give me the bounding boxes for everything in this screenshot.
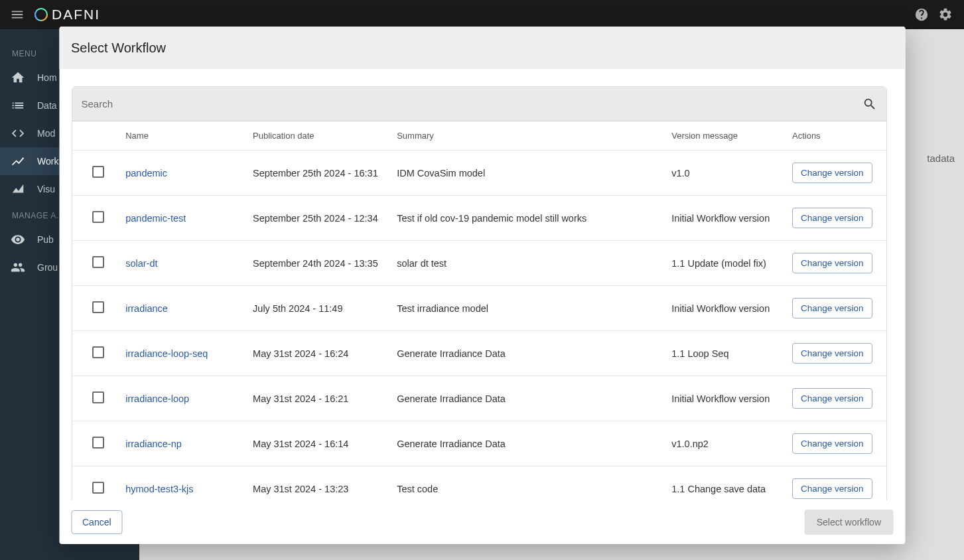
select-workflow-button: Select workflow	[805, 510, 893, 535]
list-icon	[11, 98, 25, 113]
change-version-button[interactable]: Change version	[792, 343, 872, 364]
code-icon	[11, 126, 25, 141]
col-pubdate: Publication date	[246, 121, 390, 151]
modal-body: Name Publication date Summary Version me…	[59, 69, 905, 500]
row-summary: Generate Irradiance Data	[397, 393, 506, 404]
workflow-table-card: Name Publication date Summary Version me…	[71, 86, 886, 500]
workflow-name-link[interactable]: irradiance	[125, 303, 168, 314]
row-version-message: v1.0	[671, 168, 689, 178]
workflow-name-link[interactable]: irradiance-np	[125, 439, 182, 449]
workflow-name-link[interactable]: irradiance-loop-seq	[125, 348, 208, 359]
row-pubdate: September 25th 2024 - 16:31	[253, 168, 378, 178]
chart-line-icon	[11, 154, 25, 169]
row-checkbox[interactable]	[92, 391, 103, 403]
table-row: irradianceJuly 5th 2024 - 11:49Test irra…	[72, 286, 886, 331]
table-row: pandemicSeptember 25th 2024 - 16:31IDM C…	[72, 151, 886, 196]
sidebar-item-label: Work	[37, 156, 58, 167]
sidebar-item-label: Grou	[37, 262, 58, 273]
table-row: hymod-test3-kjsMay 31st 2024 - 13:23Test…	[72, 466, 886, 501]
row-checkbox[interactable]	[92, 437, 103, 449]
row-summary: Test irradiance model	[397, 303, 488, 314]
workflow-name-link[interactable]: pandemic-test	[125, 213, 186, 224]
table-row: irradiance-npMay 31st 2024 - 16:14Genera…	[72, 421, 886, 466]
col-actions: Actions	[785, 121, 886, 151]
row-version-message: v1.0.np2	[671, 439, 709, 449]
workflow-name-link[interactable]: hymod-test3-kjs	[125, 484, 193, 494]
row-version-message: Initial Workflow version	[671, 303, 770, 314]
row-summary: solar dt test	[397, 258, 447, 269]
row-version-message: 1.1 Change save data	[671, 484, 766, 494]
row-pubdate: May 31st 2024 - 16:24	[253, 348, 348, 359]
menu-toggle[interactable]	[7, 4, 28, 25]
row-checkbox[interactable]	[92, 301, 103, 313]
table-row: irradiance-loopMay 31st 2024 - 16:21Gene…	[72, 376, 886, 421]
row-version-message: 1.1 Loop Seq	[671, 348, 728, 359]
change-version-button[interactable]: Change version	[792, 163, 872, 183]
sidebar-item-label: Pub	[37, 234, 54, 245]
table-row: solar-dtSeptember 24th 2024 - 13:35solar…	[72, 241, 886, 286]
sidebar-item-label: Data	[37, 100, 57, 111]
modal-footer: Cancel Select workflow	[59, 500, 905, 544]
search-icon[interactable]	[862, 97, 876, 111]
col-version-message: Version message	[665, 121, 786, 151]
modal-scroll[interactable]: Name Publication date Summary Version me…	[59, 86, 898, 500]
brand: DAFNI	[33, 7, 100, 23]
row-pubdate: July 5th 2024 - 11:49	[253, 303, 342, 314]
row-checkbox[interactable]	[92, 166, 103, 178]
col-checkbox	[72, 121, 119, 151]
change-version-button[interactable]: Change version	[792, 253, 872, 273]
help-icon	[914, 7, 929, 22]
col-summary: Summary	[390, 121, 665, 151]
area-chart-icon	[11, 182, 25, 196]
row-checkbox[interactable]	[92, 346, 103, 358]
sidebar-item-label: Mod	[37, 128, 55, 139]
row-pubdate: May 31st 2024 - 13:23	[253, 484, 348, 494]
row-pubdate: May 31st 2024 - 16:14	[253, 439, 348, 449]
eye-icon	[11, 232, 25, 247]
brand-text: DAFNI	[52, 7, 100, 23]
help-button[interactable]	[910, 3, 933, 27]
row-pubdate: September 24th 2024 - 13:35	[253, 258, 378, 269]
top-bar: DAFNI	[0, 0, 964, 29]
row-pubdate: September 25th 2024 - 12:34	[253, 213, 378, 224]
search-input[interactable]	[81, 98, 862, 109]
table-row: irradiance-loop-seqMay 31st 2024 - 16:24…	[72, 331, 886, 376]
col-name: Name	[119, 121, 246, 151]
change-version-button[interactable]: Change version	[792, 298, 872, 318]
change-version-button[interactable]: Change version	[792, 388, 872, 409]
select-workflow-dialog: Select Workflow Name Publication date Su…	[59, 27, 905, 544]
search-row	[72, 87, 886, 121]
workflow-name-link[interactable]: solar-dt	[125, 258, 157, 269]
modal-title: Select Workflow	[71, 40, 166, 56]
workflow-table: Name Publication date Summary Version me…	[72, 121, 886, 500]
change-version-button[interactable]: Change version	[792, 208, 872, 228]
row-checkbox[interactable]	[92, 211, 103, 223]
row-summary: Generate Irradiance Data	[397, 348, 506, 359]
row-summary: Generate Irradiance Data	[397, 439, 506, 449]
row-summary: Test if old cov-19 pandemic model still …	[397, 213, 586, 224]
home-icon	[11, 70, 25, 85]
change-version-button[interactable]: Change version	[792, 478, 872, 499]
row-summary: Test code	[397, 484, 438, 494]
row-checkbox[interactable]	[92, 256, 103, 268]
background-partial-text: tadata	[927, 153, 955, 164]
gear-icon	[938, 7, 953, 22]
row-pubdate: May 31st 2024 - 16:21	[253, 393, 348, 404]
row-checkbox[interactable]	[92, 482, 103, 494]
workflow-name-link[interactable]: pandemic	[125, 168, 167, 178]
hamburger-icon	[10, 7, 25, 22]
modal-header: Select Workflow	[59, 27, 905, 69]
change-version-button[interactable]: Change version	[792, 433, 872, 454]
groups-icon	[11, 260, 25, 275]
row-version-message: 1.1 Update (model fix)	[671, 258, 766, 269]
settings-button[interactable]	[933, 3, 957, 27]
row-version-message: Initial Workflow version	[671, 213, 770, 224]
table-row: pandemic-testSeptember 25th 2024 - 12:34…	[72, 196, 886, 241]
row-summary: IDM CovaSim model	[397, 168, 485, 178]
sidebar-item-label: Visu	[37, 184, 55, 194]
brand-logo-icon	[33, 7, 49, 23]
row-version-message: Initial Workflow version	[671, 393, 770, 404]
workflow-name-link[interactable]: irradiance-loop	[125, 393, 189, 404]
sidebar-item-label: Hom	[37, 72, 57, 83]
cancel-button[interactable]: Cancel	[71, 510, 123, 534]
